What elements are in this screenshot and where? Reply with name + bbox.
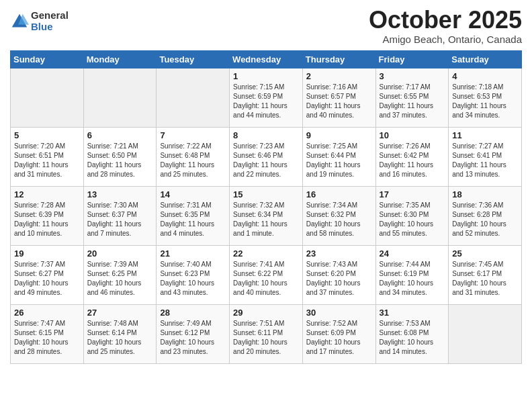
day-info: Sunrise: 7:35 AM Sunset: 6:30 PM Dayligh… — [380, 201, 445, 238]
day-info: Sunrise: 7:39 AM Sunset: 6:25 PM Dayligh… — [87, 260, 153, 298]
day-info: Sunrise: 7:30 AM Sunset: 6:37 PM Dayligh… — [87, 201, 153, 238]
day-number: 8 — [233, 130, 299, 140]
day-header-tuesday: Tuesday — [157, 50, 230, 68]
day-header-saturday: Saturday — [449, 50, 522, 68]
day-info: Sunrise: 7:37 AM Sunset: 6:27 PM Dayligh… — [14, 260, 80, 298]
day-number: 12 — [14, 189, 80, 199]
calendar-cell: 11Sunrise: 7:27 AM Sunset: 6:41 PM Dayli… — [449, 127, 522, 186]
day-info: Sunrise: 7:23 AM Sunset: 6:46 PM Dayligh… — [233, 142, 299, 179]
header: General Blue October 2025 Amigo Beach, O… — [10, 7, 522, 45]
day-info: Sunrise: 7:26 AM Sunset: 6:42 PM Dayligh… — [380, 142, 445, 179]
calendar-cell: 2Sunrise: 7:16 AM Sunset: 6:57 PM Daylig… — [302, 68, 375, 127]
calendar-cell: 24Sunrise: 7:44 AM Sunset: 6:19 PM Dayli… — [375, 245, 449, 304]
calendar-cell: 14Sunrise: 7:31 AM Sunset: 6:35 PM Dayli… — [157, 186, 230, 245]
day-info: Sunrise: 7:48 AM Sunset: 6:14 PM Dayligh… — [87, 319, 153, 357]
day-number: 30 — [306, 308, 372, 318]
day-info: Sunrise: 7:22 AM Sunset: 6:48 PM Dayligh… — [160, 142, 226, 179]
calendar-cell: 30Sunrise: 7:52 AM Sunset: 6:09 PM Dayli… — [302, 304, 375, 363]
location: Amigo Beach, Ontario, Canada — [369, 34, 522, 45]
calendar-cell: 23Sunrise: 7:43 AM Sunset: 6:20 PM Dayli… — [302, 245, 375, 304]
logo-text: General Blue — [31, 10, 69, 32]
day-number: 22 — [233, 248, 299, 259]
calendar-cell — [83, 68, 157, 127]
day-header-monday: Monday — [83, 50, 157, 68]
calendar-cell: 18Sunrise: 7:36 AM Sunset: 6:28 PM Dayli… — [449, 186, 522, 245]
day-number: 11 — [452, 130, 518, 140]
calendar-header-row: SundayMondayTuesdayWednesdayThursdayFrid… — [11, 50, 522, 68]
calendar-cell: 6Sunrise: 7:21 AM Sunset: 6:50 PM Daylig… — [83, 127, 157, 186]
day-info: Sunrise: 7:27 AM Sunset: 6:41 PM Dayligh… — [452, 142, 518, 179]
day-info: Sunrise: 7:17 AM Sunset: 6:55 PM Dayligh… — [380, 83, 445, 120]
day-number: 6 — [87, 130, 153, 140]
calendar-cell: 1Sunrise: 7:15 AM Sunset: 6:59 PM Daylig… — [230, 68, 303, 127]
calendar-cell: 9Sunrise: 7:25 AM Sunset: 6:44 PM Daylig… — [302, 127, 375, 186]
day-info: Sunrise: 7:25 AM Sunset: 6:44 PM Dayligh… — [306, 142, 372, 179]
day-info: Sunrise: 7:20 AM Sunset: 6:51 PM Dayligh… — [14, 142, 80, 179]
logo-general-text: General — [31, 10, 69, 21]
day-number: 23 — [306, 248, 372, 259]
title-block: October 2025 Amigo Beach, Ontario, Canad… — [369, 7, 522, 45]
calendar-cell — [157, 68, 230, 127]
calendar-cell: 5Sunrise: 7:20 AM Sunset: 6:51 PM Daylig… — [11, 127, 84, 186]
day-info: Sunrise: 7:18 AM Sunset: 6:53 PM Dayligh… — [452, 83, 518, 120]
day-number: 29 — [233, 308, 299, 318]
day-number: 18 — [452, 189, 518, 199]
logo-icon — [10, 12, 29, 31]
day-number: 7 — [160, 130, 226, 140]
calendar-cell: 10Sunrise: 7:26 AM Sunset: 6:42 PM Dayli… — [375, 127, 449, 186]
day-header-wednesday: Wednesday — [230, 50, 303, 68]
calendar-cell: 19Sunrise: 7:37 AM Sunset: 6:27 PM Dayli… — [11, 245, 84, 304]
calendar-cell: 22Sunrise: 7:41 AM Sunset: 6:22 PM Dayli… — [230, 245, 303, 304]
calendar-cell: 4Sunrise: 7:18 AM Sunset: 6:53 PM Daylig… — [449, 68, 522, 127]
day-number: 15 — [233, 189, 299, 199]
day-number: 3 — [380, 71, 445, 81]
day-number: 20 — [87, 248, 153, 259]
day-info: Sunrise: 7:44 AM Sunset: 6:19 PM Dayligh… — [380, 260, 445, 298]
month-title: October 2025 — [369, 7, 522, 34]
day-number: 13 — [87, 189, 153, 199]
calendar-cell: 7Sunrise: 7:22 AM Sunset: 6:48 PM Daylig… — [157, 127, 230, 186]
day-header-sunday: Sunday — [11, 50, 84, 68]
day-number: 5 — [14, 130, 80, 140]
day-header-friday: Friday — [375, 50, 449, 68]
calendar-cell: 16Sunrise: 7:34 AM Sunset: 6:32 PM Dayli… — [302, 186, 375, 245]
day-info: Sunrise: 7:41 AM Sunset: 6:22 PM Dayligh… — [233, 260, 299, 298]
calendar-cell: 21Sunrise: 7:40 AM Sunset: 6:23 PM Dayli… — [157, 245, 230, 304]
day-info: Sunrise: 7:45 AM Sunset: 6:17 PM Dayligh… — [452, 260, 518, 298]
day-header-thursday: Thursday — [302, 50, 375, 68]
day-number: 16 — [306, 189, 372, 199]
day-number: 28 — [160, 308, 226, 318]
day-number: 1 — [233, 71, 299, 81]
day-number: 9 — [306, 130, 372, 140]
calendar-cell — [11, 68, 84, 127]
day-info: Sunrise: 7:28 AM Sunset: 6:39 PM Dayligh… — [14, 201, 80, 238]
day-number: 21 — [160, 248, 226, 259]
calendar-table: SundayMondayTuesdayWednesdayThursdayFrid… — [10, 50, 522, 364]
calendar-cell: 12Sunrise: 7:28 AM Sunset: 6:39 PM Dayli… — [11, 186, 84, 245]
day-info: Sunrise: 7:16 AM Sunset: 6:57 PM Dayligh… — [306, 83, 372, 120]
day-number: 25 — [452, 248, 518, 259]
calendar-cell: 15Sunrise: 7:32 AM Sunset: 6:34 PM Dayli… — [230, 186, 303, 245]
day-number: 26 — [14, 308, 80, 318]
calendar-cell: 25Sunrise: 7:45 AM Sunset: 6:17 PM Dayli… — [449, 245, 522, 304]
calendar-cell: 17Sunrise: 7:35 AM Sunset: 6:30 PM Dayli… — [375, 186, 449, 245]
day-info: Sunrise: 7:43 AM Sunset: 6:20 PM Dayligh… — [306, 260, 372, 298]
day-info: Sunrise: 7:40 AM Sunset: 6:23 PM Dayligh… — [160, 260, 226, 298]
calendar-week-4: 19Sunrise: 7:37 AM Sunset: 6:27 PM Dayli… — [11, 245, 522, 304]
calendar-cell: 20Sunrise: 7:39 AM Sunset: 6:25 PM Dayli… — [83, 245, 157, 304]
day-number: 31 — [380, 308, 445, 318]
calendar-week-1: 1Sunrise: 7:15 AM Sunset: 6:59 PM Daylig… — [11, 68, 522, 127]
calendar-cell: 3Sunrise: 7:17 AM Sunset: 6:55 PM Daylig… — [375, 68, 449, 127]
calendar-week-5: 26Sunrise: 7:47 AM Sunset: 6:15 PM Dayli… — [11, 304, 522, 363]
day-info: Sunrise: 7:53 AM Sunset: 6:08 PM Dayligh… — [380, 319, 445, 357]
calendar-cell: 27Sunrise: 7:48 AM Sunset: 6:14 PM Dayli… — [83, 304, 157, 363]
day-info: Sunrise: 7:32 AM Sunset: 6:34 PM Dayligh… — [233, 201, 299, 238]
day-info: Sunrise: 7:34 AM Sunset: 6:32 PM Dayligh… — [306, 201, 372, 238]
day-number: 14 — [160, 189, 226, 199]
day-info: Sunrise: 7:36 AM Sunset: 6:28 PM Dayligh… — [452, 201, 518, 238]
day-number: 10 — [380, 130, 445, 140]
calendar-week-2: 5Sunrise: 7:20 AM Sunset: 6:51 PM Daylig… — [11, 127, 522, 186]
day-number: 24 — [380, 248, 445, 259]
calendar-cell — [449, 304, 522, 363]
day-number: 4 — [452, 71, 518, 81]
